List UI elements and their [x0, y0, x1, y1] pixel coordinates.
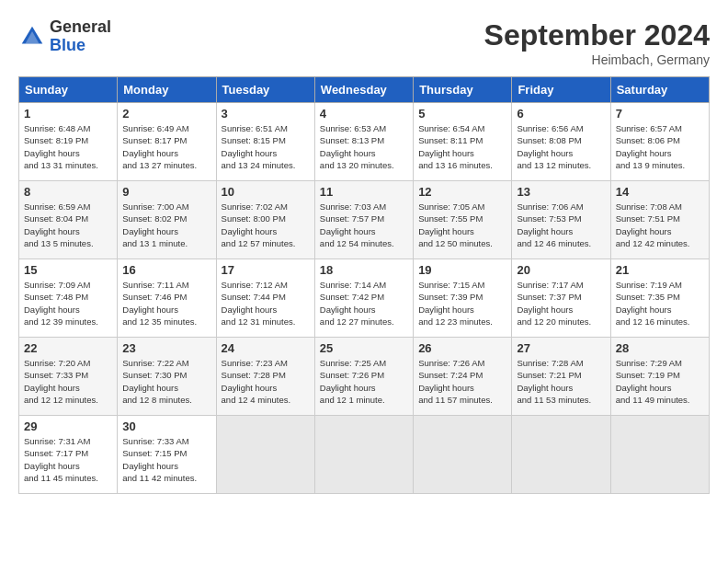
- calendar-cell: [610, 416, 709, 494]
- calendar-cell: 10 Sunrise: 7:02 AMSunset: 8:00 PMDaylig…: [216, 181, 314, 259]
- day-number: 25: [320, 341, 408, 355]
- cell-info: Sunrise: 6:49 AMSunset: 8:17 PMDaylight …: [122, 122, 210, 171]
- day-number: 22: [24, 341, 112, 355]
- day-header-thursday: Thursday: [414, 77, 512, 103]
- calendar-cell: 1 Sunrise: 6:48 AMSunset: 8:19 PMDayligh…: [19, 103, 118, 181]
- day-number: 14: [616, 185, 704, 199]
- day-number: 5: [418, 107, 506, 121]
- cell-info: Sunrise: 7:02 AMSunset: 8:00 PMDaylight …: [222, 201, 310, 249]
- cell-info: Sunrise: 7:19 AMSunset: 7:35 PMDaylight …: [616, 279, 704, 327]
- calendar-cell: 14 Sunrise: 7:08 AMSunset: 7:51 PMDaylig…: [610, 181, 709, 259]
- day-number: 24: [222, 341, 310, 355]
- week-row-5: 29 Sunrise: 7:31 AMSunset: 7:17 PMDaylig…: [19, 416, 710, 494]
- page-header: General Blue September 2024 Heimbach, Ge…: [18, 18, 710, 67]
- cell-info: Sunrise: 6:53 AMSunset: 8:13 PMDaylight …: [320, 122, 408, 171]
- calendar-header-row: SundayMondayTuesdayWednesdayThursdayFrid…: [19, 77, 710, 103]
- cell-info: Sunrise: 7:20 AMSunset: 7:33 PMDaylight …: [24, 357, 112, 406]
- day-number: 23: [122, 341, 210, 355]
- cell-info: Sunrise: 7:08 AMSunset: 7:51 PMDaylight …: [616, 201, 704, 249]
- calendar-cell: [512, 416, 610, 494]
- calendar-cell: 8 Sunrise: 6:59 AMSunset: 8:04 PMDayligh…: [19, 181, 118, 259]
- day-number: 3: [222, 107, 310, 121]
- calendar-cell: 18 Sunrise: 7:14 AMSunset: 7:42 PMDaylig…: [314, 259, 413, 338]
- calendar-cell: 27 Sunrise: 7:28 AMSunset: 7:21 PMDaylig…: [512, 338, 610, 416]
- day-number: 16: [122, 263, 210, 277]
- day-number: 27: [517, 341, 605, 355]
- calendar-cell: 13 Sunrise: 7:06 AMSunset: 7:53 PMDaylig…: [512, 181, 610, 259]
- calendar-cell: [216, 416, 314, 494]
- cell-info: Sunrise: 7:26 AMSunset: 7:24 PMDaylight …: [418, 357, 506, 406]
- day-number: 19: [418, 263, 506, 277]
- calendar-cell: 11 Sunrise: 7:03 AMSunset: 7:57 PMDaylig…: [314, 181, 413, 259]
- day-number: 6: [517, 107, 605, 121]
- week-row-1: 1 Sunrise: 6:48 AMSunset: 8:19 PMDayligh…: [19, 103, 710, 181]
- calendar-cell: 21 Sunrise: 7:19 AMSunset: 7:35 PMDaylig…: [610, 259, 709, 338]
- cell-info: Sunrise: 6:59 AMSunset: 8:04 PMDaylight …: [24, 201, 112, 249]
- cell-info: Sunrise: 7:23 AMSunset: 7:28 PMDaylight …: [222, 357, 310, 406]
- cell-info: Sunrise: 6:54 AMSunset: 8:11 PMDaylight …: [418, 122, 506, 171]
- day-number: 18: [320, 263, 408, 277]
- cell-info: Sunrise: 7:05 AMSunset: 7:55 PMDaylight …: [418, 201, 506, 249]
- calendar-cell: 12 Sunrise: 7:05 AMSunset: 7:55 PMDaylig…: [414, 181, 512, 259]
- cell-info: Sunrise: 7:29 AMSunset: 7:19 PMDaylight …: [616, 357, 704, 406]
- day-number: 30: [122, 419, 210, 433]
- calendar-cell: 3 Sunrise: 6:51 AMSunset: 8:15 PMDayligh…: [216, 103, 314, 181]
- cell-info: Sunrise: 7:06 AMSunset: 7:53 PMDaylight …: [517, 201, 605, 249]
- calendar-cell: 17 Sunrise: 7:12 AMSunset: 7:44 PMDaylig…: [216, 259, 314, 338]
- day-number: 21: [616, 263, 704, 277]
- calendar-cell: 30 Sunrise: 7:33 AMSunset: 7:15 PMDaylig…: [118, 416, 216, 494]
- calendar-cell: 29 Sunrise: 7:31 AMSunset: 7:17 PMDaylig…: [19, 416, 118, 494]
- cell-info: Sunrise: 7:31 AMSunset: 7:17 PMDaylight …: [24, 435, 112, 484]
- calendar-cell: 16 Sunrise: 7:11 AMSunset: 7:46 PMDaylig…: [118, 259, 216, 338]
- day-number: 7: [616, 107, 704, 121]
- calendar-cell: 5 Sunrise: 6:54 AMSunset: 8:11 PMDayligh…: [414, 103, 512, 181]
- day-header-monday: Monday: [118, 77, 216, 103]
- day-number: 26: [418, 341, 506, 355]
- calendar-cell: [314, 416, 413, 494]
- day-header-sunday: Sunday: [19, 77, 118, 103]
- day-number: 10: [222, 185, 310, 199]
- logo-blue-text: Blue: [50, 37, 111, 55]
- cell-info: Sunrise: 6:48 AMSunset: 8:19 PMDaylight …: [24, 122, 112, 171]
- logo-text: General Blue: [50, 18, 111, 55]
- week-row-4: 22 Sunrise: 7:20 AMSunset: 7:33 PMDaylig…: [19, 338, 710, 416]
- cell-info: Sunrise: 7:09 AMSunset: 7:48 PMDaylight …: [24, 279, 112, 327]
- logo-icon: [18, 23, 46, 51]
- calendar-cell: 6 Sunrise: 6:56 AMSunset: 8:08 PMDayligh…: [512, 103, 610, 181]
- logo-general-text: General: [50, 18, 111, 37]
- cell-info: Sunrise: 7:11 AMSunset: 7:46 PMDaylight …: [122, 279, 210, 327]
- cell-info: Sunrise: 7:22 AMSunset: 7:30 PMDaylight …: [122, 357, 210, 406]
- logo: General Blue: [18, 18, 111, 55]
- day-number: 29: [24, 419, 112, 433]
- cell-info: Sunrise: 7:15 AMSunset: 7:39 PMDaylight …: [418, 279, 506, 327]
- calendar-cell: 23 Sunrise: 7:22 AMSunset: 7:30 PMDaylig…: [118, 338, 216, 416]
- day-number: 4: [320, 107, 408, 121]
- day-number: 1: [24, 107, 112, 121]
- calendar-cell: 20 Sunrise: 7:17 AMSunset: 7:37 PMDaylig…: [512, 259, 610, 338]
- day-number: 2: [122, 107, 210, 121]
- cell-info: Sunrise: 7:28 AMSunset: 7:21 PMDaylight …: [517, 357, 605, 406]
- day-number: 13: [517, 185, 605, 199]
- day-number: 20: [517, 263, 605, 277]
- cell-info: Sunrise: 6:56 AMSunset: 8:08 PMDaylight …: [517, 122, 605, 171]
- day-header-wednesday: Wednesday: [314, 77, 413, 103]
- cell-info: Sunrise: 7:00 AMSunset: 8:02 PMDaylight …: [122, 201, 210, 249]
- calendar-cell: [414, 416, 512, 494]
- day-number: 28: [616, 341, 704, 355]
- calendar-cell: 28 Sunrise: 7:29 AMSunset: 7:19 PMDaylig…: [610, 338, 709, 416]
- cell-info: Sunrise: 7:17 AMSunset: 7:37 PMDaylight …: [517, 279, 605, 327]
- calendar-cell: 22 Sunrise: 7:20 AMSunset: 7:33 PMDaylig…: [19, 338, 118, 416]
- week-row-3: 15 Sunrise: 7:09 AMSunset: 7:48 PMDaylig…: [19, 259, 710, 338]
- day-number: 15: [24, 263, 112, 277]
- day-number: 17: [222, 263, 310, 277]
- day-number: 12: [418, 185, 506, 199]
- cell-info: Sunrise: 7:33 AMSunset: 7:15 PMDaylight …: [122, 435, 210, 484]
- day-header-saturday: Saturday: [610, 77, 709, 103]
- cell-info: Sunrise: 7:03 AMSunset: 7:57 PMDaylight …: [320, 201, 408, 249]
- cell-info: Sunrise: 7:25 AMSunset: 7:26 PMDaylight …: [320, 357, 408, 406]
- month-title: September 2024: [484, 18, 710, 52]
- calendar-cell: 9 Sunrise: 7:00 AMSunset: 8:02 PMDayligh…: [118, 181, 216, 259]
- calendar-cell: 19 Sunrise: 7:15 AMSunset: 7:39 PMDaylig…: [414, 259, 512, 338]
- week-row-2: 8 Sunrise: 6:59 AMSunset: 8:04 PMDayligh…: [19, 181, 710, 259]
- calendar-table: SundayMondayTuesdayWednesdayThursdayFrid…: [18, 76, 710, 494]
